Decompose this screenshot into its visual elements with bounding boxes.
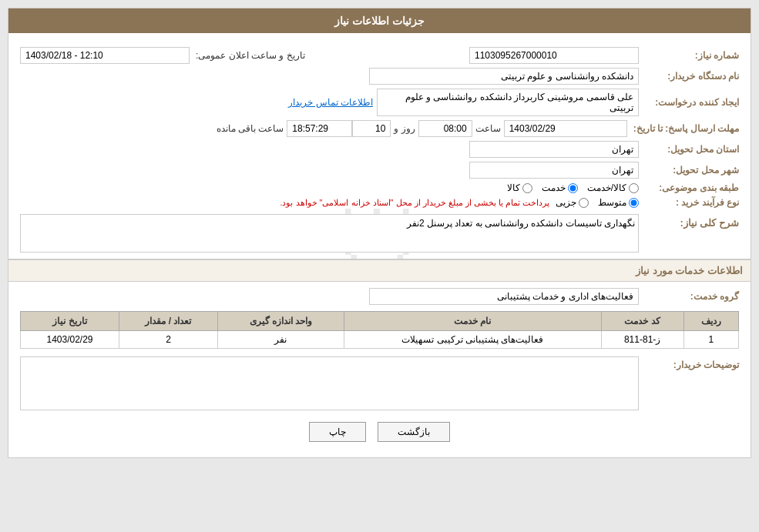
category-khedmat-option[interactable]: خدمت <box>542 182 578 193</box>
table-header-row: ردیف کد خدمت نام خدمت واحد اندازه گیری ت… <box>21 312 739 331</box>
back-button[interactable]: بازگشت <box>378 422 450 442</box>
city-value: تهران <box>469 162 639 179</box>
services-section-title: اطلاعات خدمات مورد نیاز <box>8 259 751 282</box>
creator-value: علی قاسمی مروشینی کاربرداز دانشکده روانش… <box>377 89 639 116</box>
col-service-code: کد خدمت <box>601 312 683 331</box>
col-date: تاریخ نیاز <box>21 312 119 331</box>
page-header: جزئیات اطلاعات نیاز <box>8 8 751 33</box>
deadline-date-value: 1403/02/29 <box>504 120 627 137</box>
purchase-type-radio-group: متوسط جزیی <box>556 197 639 208</box>
services-table: ردیف کد خدمت نام خدمت واحد اندازه گیری ت… <box>20 311 739 349</box>
top-row: شماره نیاز: 1103095267000010 تاریخ و ساع… <box>20 47 739 64</box>
description-box: نگهداری تاسیسات دانشکده روانشناسی به تعد… <box>20 214 639 253</box>
purchase-jozvi-option[interactable]: جزیی <box>556 197 589 208</box>
category-radio-group: کالا/خدمت خدمت کالا <box>507 182 639 193</box>
contact-link[interactable]: اطلاعات تماس خریدار <box>288 97 373 108</box>
deadline-time-value: 08:00 <box>418 120 472 137</box>
deadline-remaining-label: ساعت باقی مانده <box>217 123 284 134</box>
category-kala-khedmat-option[interactable]: کالا/خدمت <box>587 182 639 193</box>
service-group-value: فعالیت‌های اداری و خدمات پشتیبانی <box>369 288 639 305</box>
category-row: طبقه بندی موضوعی: کالا/خدمت خدمت کالا <box>20 182 739 193</box>
col-quantity: تعداد / مقدار <box>119 312 218 331</box>
buyer-dept-value: دانشکده روانشناسی و علوم تربیتی <box>369 68 639 85</box>
purchase-type-row: نوع فرآیند خرید : متوسط جزیی پرداخت تمام… <box>20 197 739 208</box>
description-row: شرح کلی نیاز: نگهداری تاسیسات دانشکده رو… <box>20 214 739 253</box>
province-value: تهران <box>469 141 639 158</box>
city-label: شهر محل تحویل: <box>639 165 739 176</box>
cell-service-code: ز-81-811 <box>601 331 683 349</box>
cell-service-name: فعالیت‌های پشتیبانی ترکیبی تسهیلات <box>344 331 601 349</box>
cell-unit: نفر <box>217 331 344 349</box>
print-button[interactable]: چاپ <box>309 422 366 442</box>
footer-buttons: بازگشت چاپ <box>20 422 739 442</box>
deadline-time-label: ساعت <box>475 123 501 134</box>
description-section-title: شرح کلی نیاز: <box>639 214 739 229</box>
category-khedmat-radio[interactable] <box>568 183 578 193</box>
creator-label: ایجاد کننده درخواست: <box>639 97 739 108</box>
deadline-days-value: 10 <box>352 120 391 137</box>
category-kala-option[interactable]: کالا <box>507 182 532 193</box>
cell-date: 1403/02/29 <box>21 331 119 349</box>
col-unit: واحد اندازه گیری <box>217 312 344 331</box>
announcement-label: تاریخ و ساعت اعلان عمومی: <box>190 50 305 61</box>
table-row: 1 ز-81-811 فعالیت‌های پشتیبانی ترکیبی تس… <box>21 331 739 349</box>
category-kala-khedmat-label: کالا/خدمت <box>587 182 626 193</box>
creator-row: ایجاد کننده درخواست: علی قاسمی مروشینی ک… <box>20 89 739 116</box>
col-row-num: ردیف <box>683 312 738 331</box>
announcement-value: 1403/02/18 - 12:10 <box>20 47 190 64</box>
deadline-row: مهلت ارسال پاسخ: تا تاریخ: 1403/02/29 سا… <box>20 120 739 137</box>
cell-row-num: 1 <box>683 331 738 349</box>
col-service-name: نام خدمت <box>344 312 601 331</box>
need-number-label: شماره نیاز: <box>639 50 739 61</box>
buyer-notes-row: توضیحات خریدار: <box>20 356 739 410</box>
buyer-notes-label: توضیحات خریدار: <box>639 356 739 370</box>
purchase-jozvi-label: جزیی <box>556 197 576 208</box>
purchase-motavaset-radio[interactable] <box>629 198 639 208</box>
category-khedmat-label: خدمت <box>542 182 566 193</box>
cell-quantity: 2 <box>119 331 218 349</box>
service-group-row: گروه خدمت: فعالیت‌های اداری و خدمات پشتی… <box>20 288 739 305</box>
buyer-notes-box <box>20 356 639 410</box>
buyer-dept-label: نام دستگاه خریدار: <box>639 71 739 82</box>
page-title: جزئیات اطلاعات نیاز <box>334 15 425 27</box>
buyer-dept-row: نام دستگاه خریدار: دانشکده روانشناسی و ع… <box>20 68 739 85</box>
deadline-label: مهلت ارسال پاسخ: تا تاریخ: <box>627 123 739 134</box>
purchase-motavaset-label: متوسط <box>598 197 626 208</box>
deadline-remaining-value: 18:57:29 <box>287 120 352 137</box>
province-label: استان محل تحویل: <box>639 144 739 155</box>
page-container: جزئیات اطلاعات نیاز 🛡 شماره نیاز: 110309… <box>8 8 751 458</box>
deadline-day-label: روز و <box>394 123 415 134</box>
purchase-jozvi-radio[interactable] <box>579 198 589 208</box>
description-value: نگهداری تاسیسات دانشکده روانشناسی به تعد… <box>407 218 635 229</box>
city-row: شهر محل تحویل: تهران <box>20 162 739 179</box>
category-kala-khedmat-radio[interactable] <box>629 183 639 193</box>
purchase-type-label: نوع فرآیند خرید : <box>639 197 739 208</box>
service-group-label: گروه خدمت: <box>639 291 739 302</box>
category-label: طبقه بندی موضوعی: <box>639 182 739 193</box>
services-table-container: ردیف کد خدمت نام خدمت واحد اندازه گیری ت… <box>20 311 739 349</box>
content-area: 🛡 شماره نیاز: 1103095267000010 تاریخ و س… <box>8 33 751 457</box>
purchase-motavaset-option[interactable]: متوسط <box>598 197 639 208</box>
purchase-notice: پرداخت تمام یا بخشی از مبلغ خریدار از مح… <box>280 198 549 208</box>
province-row: استان محل تحویل: تهران <box>20 141 739 158</box>
content-inner: شماره نیاز: 1103095267000010 تاریخ و ساع… <box>20 47 739 442</box>
need-number-value: 1103095267000010 <box>469 47 639 64</box>
category-kala-label: کالا <box>507 182 520 193</box>
category-kala-radio[interactable] <box>522 183 532 193</box>
